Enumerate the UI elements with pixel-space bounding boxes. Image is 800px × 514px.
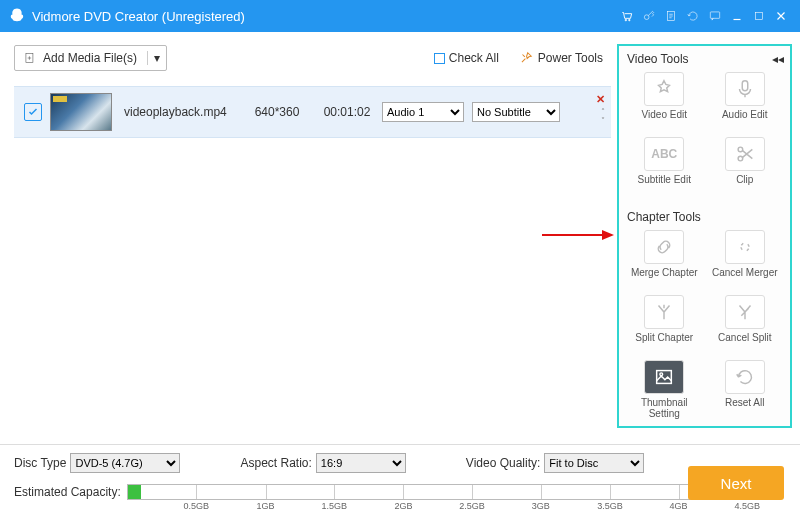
disc-type-label: Disc Type bbox=[14, 456, 66, 470]
unlink-icon bbox=[734, 236, 756, 258]
audio-edit-button[interactable]: Audio Edit bbox=[706, 70, 785, 133]
minimize-icon[interactable] bbox=[726, 5, 748, 27]
audio-select[interactable]: Audio 1 bbox=[382, 102, 464, 122]
app-logo-icon bbox=[8, 7, 26, 25]
key-icon[interactable] bbox=[638, 5, 660, 27]
microphone-icon bbox=[734, 78, 756, 100]
aspect-ratio-label: Aspect Ratio: bbox=[240, 456, 311, 470]
power-tools-button[interactable]: Power Tools bbox=[519, 51, 603, 65]
chapter-tools-header: Chapter Tools bbox=[619, 204, 790, 228]
plus-file-icon bbox=[23, 51, 37, 65]
maximize-icon[interactable] bbox=[748, 5, 770, 27]
merge-chapter-button[interactable]: Merge Chapter bbox=[625, 228, 704, 291]
delete-row-button[interactable]: ✕ bbox=[596, 93, 605, 106]
tools-panel: Video Tools ◂◂ Video Edit Audio Edit ABC… bbox=[617, 44, 792, 428]
collapse-icon[interactable]: ◂◂ bbox=[772, 52, 784, 66]
power-tools-label: Power Tools bbox=[538, 51, 603, 65]
svg-point-2 bbox=[644, 15, 649, 20]
scissors-icon bbox=[734, 143, 756, 165]
red-arrow-annotation bbox=[542, 228, 614, 242]
reorder-arrows[interactable]: ˄˅ bbox=[601, 107, 605, 125]
svg-point-1 bbox=[629, 19, 631, 21]
add-media-label: Add Media File(s) bbox=[43, 51, 137, 65]
svg-point-11 bbox=[660, 373, 663, 376]
disc-type-select[interactable]: DVD-5 (4.7G) bbox=[70, 453, 180, 473]
reset-all-button[interactable]: Reset All bbox=[706, 358, 785, 421]
cart-icon[interactable] bbox=[616, 5, 638, 27]
capacity-label: Estimated Capacity: bbox=[14, 485, 121, 499]
document-icon[interactable] bbox=[660, 5, 682, 27]
video-edit-button[interactable]: Video Edit bbox=[625, 70, 704, 133]
split-chapter-button[interactable]: Split Chapter bbox=[625, 293, 704, 356]
checkbox-icon bbox=[434, 53, 445, 64]
titlebar: Vidmore DVD Creator (Unregistered) bbox=[0, 0, 800, 32]
media-row[interactable]: videoplayback.mp4 640*360 00:01:02 Audio… bbox=[14, 86, 611, 138]
image-icon bbox=[653, 366, 675, 388]
video-tools-header: Video Tools ◂◂ bbox=[619, 46, 790, 70]
check-all-label: Check All bbox=[449, 51, 499, 65]
thumbnail-setting-button[interactable]: Thumbnail Setting bbox=[625, 358, 704, 421]
duration-label: 00:01:02 bbox=[312, 105, 382, 119]
svg-point-0 bbox=[625, 19, 627, 21]
svg-rect-4 bbox=[710, 12, 719, 18]
split-icon bbox=[653, 301, 675, 323]
refresh-icon[interactable] bbox=[682, 5, 704, 27]
close-icon[interactable] bbox=[770, 5, 792, 27]
aspect-ratio-select[interactable]: 16:9 bbox=[316, 453, 406, 473]
cancel-split-icon bbox=[734, 301, 756, 323]
svg-rect-7 bbox=[742, 81, 748, 91]
clip-button[interactable]: Clip bbox=[706, 135, 785, 198]
cancel-split-button[interactable]: Cancel Split bbox=[706, 293, 785, 356]
svg-marker-13 bbox=[602, 230, 614, 240]
video-quality-select[interactable]: Fit to Disc bbox=[544, 453, 644, 473]
svg-rect-10 bbox=[657, 371, 672, 384]
window-title: Vidmore DVD Creator (Unregistered) bbox=[32, 9, 616, 24]
media-area: Add Media File(s) ▾ Check All Power Tool… bbox=[0, 32, 611, 434]
footer: Disc Type DVD-5 (4.7G) Aspect Ratio: 16:… bbox=[0, 444, 800, 514]
next-button[interactable]: Next bbox=[688, 466, 784, 500]
reset-icon bbox=[734, 366, 756, 388]
abc-icon: ABC bbox=[651, 147, 677, 161]
add-media-button[interactable]: Add Media File(s) ▾ bbox=[14, 45, 167, 71]
capacity-bar: 0.5GB 1GB 1.5GB 2GB 2.5GB 3GB 3.5GB 4GB … bbox=[127, 484, 776, 500]
row-checkbox[interactable] bbox=[24, 103, 42, 121]
check-icon bbox=[27, 106, 39, 118]
filename-label: videoplayback.mp4 bbox=[112, 105, 242, 119]
chevron-down-icon: ▾ bbox=[147, 51, 160, 65]
cancel-merge-button[interactable]: Cancel Merger bbox=[706, 228, 785, 291]
link-icon bbox=[653, 236, 675, 258]
resolution-label: 640*360 bbox=[242, 105, 312, 119]
video-thumbnail bbox=[50, 93, 112, 131]
video-quality-label: Video Quality: bbox=[466, 456, 541, 470]
check-all-toggle[interactable]: Check All bbox=[434, 51, 499, 65]
wand-icon bbox=[653, 78, 675, 100]
feedback-icon[interactable] bbox=[704, 5, 726, 27]
svg-rect-5 bbox=[756, 13, 763, 20]
subtitle-edit-button[interactable]: ABC Subtitle Edit bbox=[625, 135, 704, 198]
subtitle-select[interactable]: No Subtitle bbox=[472, 102, 560, 122]
tools-icon bbox=[519, 51, 533, 65]
